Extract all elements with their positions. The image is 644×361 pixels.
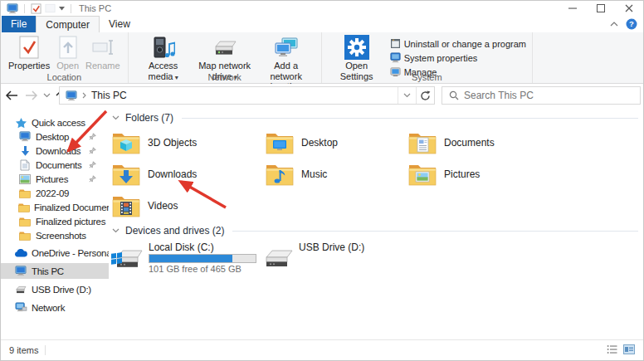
sidebar-item-2022-09[interactable]: 2022-09: [1, 186, 109, 200]
sidebar-item-this-pc[interactable]: This PC: [1, 263, 109, 279]
ribbon-group-label: Location: [1, 72, 128, 82]
sidebar-item-onedrive-personal[interactable]: OneDrive - Personal: [1, 245, 109, 261]
tab-file[interactable]: File: [2, 16, 36, 32]
ribbon-button-label: Open: [56, 61, 79, 71]
document-icon: [18, 159, 32, 171]
titlebar: This PC: [1, 1, 643, 16]
sidebar-item-documents[interactable]: Documents: [1, 158, 109, 172]
drive-tile-local-disk-c[interactable]: Local Disk (C:)101 GB free of 465 GB: [110, 241, 264, 275]
section-title: Devices and drives (2): [125, 225, 224, 237]
ribbon-tab-row: FileComputerView ?: [1, 16, 643, 33]
pin-icon: [85, 175, 99, 183]
breadcrumb[interactable]: This PC: [60, 87, 398, 104]
folder-3d-objects-icon: [112, 130, 140, 155]
rename-icon: [91, 35, 115, 60]
tab-computer[interactable]: Computer: [36, 16, 100, 32]
sidebar-item-label: Quick access: [32, 118, 85, 128]
picture-icon: [18, 174, 32, 184]
svg-text:?: ?: [629, 19, 634, 28]
pin-icon: [85, 147, 99, 154]
section-header-devices-and-drives-2[interactable]: Devices and drives (2): [112, 223, 638, 238]
map-network-drive-icon: [212, 35, 237, 60]
navigation-pane: Quick accessDesktopDownloadsDocumentsPic…: [1, 106, 109, 339]
qat-customize-button[interactable]: [59, 7, 65, 11]
folder-tile-desktop[interactable]: Desktop: [264, 127, 407, 159]
status-bar: 9 items: [1, 339, 643, 360]
maximize-button[interactable]: [587, 1, 615, 16]
forward-button[interactable]: [22, 90, 41, 100]
sidebar-item-desktop[interactable]: Desktop: [1, 129, 109, 144]
folder-tile-label: Documents: [444, 137, 495, 149]
view-switcher: [607, 344, 635, 356]
drive-label: Local Disk (C:): [149, 242, 256, 253]
properties-icon: [18, 35, 40, 60]
sidebar-item-finalized-documents[interactable]: Finalized Documents: [1, 200, 109, 214]
sidebar-item-label: Desktop: [36, 132, 69, 142]
section-header-folders-7[interactable]: Folders (7): [112, 110, 638, 125]
folder-pictures-icon: [408, 162, 437, 187]
status-details-view-icon[interactable]: [607, 344, 617, 356]
search-box[interactable]: [442, 86, 641, 105]
drive-free-space: 101 GB free of 465 GB: [149, 264, 256, 275]
back-button[interactable]: [1, 90, 22, 100]
this-pc-icon: [7, 3, 18, 14]
folder-music-icon: [266, 162, 294, 187]
tab-label: Computer: [46, 19, 90, 31]
ribbon-button-properties[interactable]: Properties: [5, 34, 53, 72]
recent-locations-button[interactable]: [41, 93, 52, 98]
disk-usage-fill: [149, 255, 232, 262]
minimize-button[interactable]: [559, 1, 587, 16]
folder-downloads-icon: [112, 162, 140, 187]
sidebar-item-label: OneDrive - Personal: [32, 248, 109, 258]
drive-usb-icon: [264, 247, 294, 269]
qat-properties-button[interactable]: [31, 3, 41, 14]
refresh-button[interactable]: [416, 87, 434, 104]
sidebar-item-downloads[interactable]: Downloads: [1, 144, 109, 158]
drive-tile-usb-drive-d[interactable]: USB Drive (D:): [264, 241, 643, 275]
status-tiles-view-icon[interactable]: [623, 344, 635, 356]
breadcrumb-location[interactable]: This PC: [91, 90, 127, 101]
folder-tile-music[interactable]: Music: [264, 159, 407, 190]
this-pc-icon: [14, 266, 27, 276]
breadcrumb-chevron-icon: [82, 92, 86, 99]
folder-tile-pictures[interactable]: Pictures: [407, 159, 643, 190]
access-media-icon: [152, 35, 175, 60]
folder-tile-3d-objects[interactable]: 3D Objects: [110, 127, 264, 159]
address-dropdown-button[interactable]: [398, 87, 416, 104]
sidebar-item-screenshots[interactable]: Screenshots: [1, 228, 109, 242]
ribbon-button-uninstall-or-change-a-program[interactable]: Uninstall or change a program: [390, 38, 526, 49]
sidebar-item-finalized-pictures[interactable]: Finalized pictures: [1, 214, 109, 228]
search-input[interactable]: [464, 90, 613, 101]
main-body: Quick accessDesktopDownloadsDocumentsPic…: [1, 106, 643, 339]
sidebar-item-network[interactable]: Network: [1, 300, 109, 315]
open-settings-icon: [344, 35, 369, 60]
sidebar-item-label: Network: [32, 303, 65, 313]
usb-icon: [14, 285, 27, 294]
address-bar[interactable]: This PC: [59, 86, 435, 105]
add-network-location-icon: [274, 35, 299, 60]
close-button[interactable]: [615, 1, 643, 16]
folder-icon: [18, 188, 32, 198]
ribbon-group-system: Open SettingsUninstall or change a progr…: [322, 32, 533, 83]
ribbon-button-rename: Rename: [82, 34, 124, 72]
sidebar-item-quick-access[interactable]: Quick access: [1, 115, 109, 129]
sidebar-item-usb-drive-d[interactable]: USB Drive (D:): [1, 281, 109, 297]
folder-videos-icon: [112, 193, 140, 218]
ribbon-button-open: Open: [53, 34, 82, 72]
sidebar-item-pictures[interactable]: Pictures: [1, 172, 109, 186]
folder-tile-documents[interactable]: Documents: [407, 127, 643, 159]
tab-view[interactable]: View: [100, 16, 139, 32]
pin-icon: [85, 161, 99, 168]
ribbon-button-system-properties[interactable]: System properties: [390, 52, 526, 63]
ribbon-button-label: Uninstall or change a program: [404, 39, 526, 49]
folder-tile-videos[interactable]: Videos: [110, 190, 264, 222]
help-button[interactable]: ?: [626, 18, 637, 30]
qat-new-folder-button[interactable]: [45, 3, 56, 13]
ribbon-group-label: System: [322, 72, 532, 82]
pin-icon: [85, 133, 99, 140]
section-title: Folders (7): [125, 112, 173, 124]
location-icon: [66, 90, 77, 101]
chevron-down-icon: [112, 115, 120, 120]
collapse-ribbon-button[interactable]: [610, 22, 618, 27]
folder-tile-downloads[interactable]: Downloads: [110, 159, 264, 190]
